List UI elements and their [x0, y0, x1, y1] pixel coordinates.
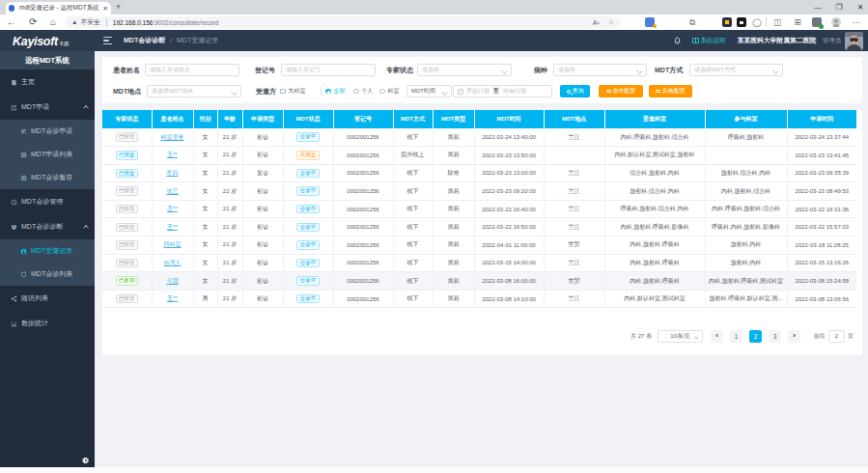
- address-bar[interactable]: ▲ 不安全 192.168.0.156 :9002/consultate/rec…: [65, 16, 621, 28]
- column-header: MDT状态: [283, 110, 333, 128]
- window-close-button[interactable]: ✕: [850, 0, 868, 14]
- page-button-1[interactable]: 1: [730, 330, 742, 343]
- sidebar-item-6[interactable]: MDT会诊诊断: [0, 214, 95, 239]
- table-config-button[interactable]: 表格配置: [649, 85, 692, 97]
- extension-icon[interactable]: [737, 17, 746, 27]
- new-tab-button[interactable]: +: [116, 2, 121, 12]
- filter-divider: [321, 87, 322, 96]
- extension-icon[interactable]: [645, 17, 655, 27]
- home-button[interactable]: ⌂: [50, 14, 56, 30]
- patient-name-link[interactable]: 台湾人: [164, 260, 182, 265]
- sidebar-item-0[interactable]: 主页: [0, 70, 95, 95]
- radio-all[interactable]: 全部: [325, 85, 346, 97]
- mdt-place-select[interactable]: 请选择MDT地点: [147, 85, 241, 97]
- refresh-button[interactable]: ⟳: [29, 14, 37, 30]
- page-size-select[interactable]: 10条/页: [658, 330, 703, 343]
- checkbox-icon: [280, 89, 286, 95]
- table-cell: 简易: [433, 218, 474, 236]
- records-table: 专家状态患者姓名性别年龄申请类型MDT状态登记号MDT方式MDT类型MDT时间M…: [102, 110, 856, 308]
- radio-dept[interactable]: 科室: [379, 85, 400, 97]
- shield-icon: [20, 271, 27, 278]
- window-restore-button[interactable]: ❐: [828, 0, 850, 14]
- table-cell: 已接受: [102, 147, 152, 165]
- expert-status-badge: 已接受: [116, 169, 139, 179]
- favorite-star-icon[interactable]: ☆: [608, 18, 614, 26]
- column-header: 患者姓名: [152, 110, 193, 128]
- table-cell: 呼吸科,内科,放射科,影像科: [705, 218, 787, 236]
- mdt-mode-select[interactable]: 请选择MDT方式: [689, 64, 783, 76]
- column-header: 参与科室: [705, 110, 787, 128]
- patient-name-link[interactable]: 李四: [167, 170, 179, 176]
- back-button[interactable]: ←: [7, 14, 16, 30]
- adblock-shield-icon[interactable]: [812, 17, 822, 27]
- sidebar-item-1[interactable]: MDT申请: [0, 95, 95, 120]
- system-doc-link[interactable]: 系统说明: [692, 37, 726, 45]
- more-menu-icon[interactable]: ⋯: [851, 17, 862, 27]
- sidebar-item-9[interactable]: 随访列表: [0, 286, 95, 311]
- mdt-status-badge: 会诊中: [296, 186, 320, 196]
- clock-icon: [11, 199, 17, 206]
- patient-name-link[interactable]: 科室变更: [161, 134, 184, 140]
- extension-c-icon[interactable]: ◯: [751, 17, 763, 27]
- table-cell: 0002001256: [333, 272, 393, 291]
- patient-name-link[interactable]: 张三: [167, 188, 179, 194]
- mdt-time-select[interactable]: MDT时间: [406, 85, 452, 97]
- search-button[interactable]: 查询: [560, 85, 590, 97]
- security-label: 不安全: [80, 17, 99, 27]
- table-cell: 内科,默认科室,测试科室: [604, 290, 705, 308]
- user-avatar[interactable]: [845, 32, 863, 50]
- table-cell: 女: [193, 182, 217, 201]
- sidebar-item-4[interactable]: MDT会诊暂存: [0, 166, 95, 189]
- page-button-3[interactable]: 3: [769, 330, 781, 343]
- breadcrumb-parent[interactable]: MDT会诊诊断: [124, 37, 165, 43]
- table-cell: 2022-03-24 13:37:44: [787, 128, 856, 147]
- goto-page-input[interactable]: 2: [828, 330, 845, 343]
- table-cell: 简易: [433, 272, 474, 291]
- patient-name-link[interactable]: 王**: [167, 224, 178, 230]
- patient-name-link[interactable]: 王**: [167, 206, 178, 211]
- table-cell: 女: [193, 218, 217, 236]
- patient-name-link[interactable]: 王**: [167, 152, 178, 157]
- patient-name-link[interactable]: 王**: [167, 295, 178, 301]
- bell-icon[interactable]: [674, 37, 681, 44]
- browser-tab[interactable]: mdt受邀记录 - 远程MDT系统 ✕: [6, 2, 111, 14]
- table-cell: 放射科,综合科,内科: [604, 182, 705, 201]
- condition-config-button[interactable]: 条件配置: [599, 85, 643, 97]
- big-dept-checkbox[interactable]: 大科室: [280, 85, 306, 97]
- page-button-2[interactable]: 2: [749, 330, 762, 343]
- tab-close-icon[interactable]: ✕: [102, 5, 108, 12]
- patient-name-link[interactable]: 可我: [167, 278, 179, 284]
- sidebar-item-2[interactable]: MDT会诊申请: [0, 120, 95, 143]
- patient-name-link[interactable]: 同科室: [164, 241, 182, 247]
- collections-icon[interactable]: ⊞: [792, 17, 803, 27]
- next-page-button[interactable]: ›: [788, 330, 800, 343]
- sidebar-item-7[interactable]: MDT受邀记录: [0, 239, 95, 263]
- column-header: 年龄: [217, 110, 242, 128]
- patient-name-input[interactable]: 请输入患者姓名: [145, 64, 239, 76]
- split-screen-icon[interactable]: ◫: [771, 17, 783, 27]
- sidebar-item-8[interactable]: MDT会诊列表: [0, 263, 95, 286]
- prev-page-button[interactable]: ‹: [711, 330, 723, 343]
- sidebar-item-10[interactable]: 数据统计: [0, 311, 95, 336]
- table-row: 已转交王**男21 岁初诊会诊中0002001256线下简易2022-03-08…: [102, 290, 856, 308]
- table-cell: 简易: [433, 182, 474, 201]
- window-minimize-button[interactable]: —: [807, 0, 828, 14]
- read-aloud-icon[interactable]: A¹: [593, 19, 600, 26]
- browser-tabstrip: mdt受邀记录 - 远程MDT系统 ✕ + — ❐ ✕: [0, 0, 868, 14]
- sidebar-item-3[interactable]: MDT申请列表: [0, 143, 95, 166]
- radio-personal[interactable]: 个人: [353, 85, 374, 97]
- disease-select[interactable]: 请选择: [553, 64, 647, 76]
- column-header: 申请类型: [242, 110, 283, 128]
- settings-gear-icon[interactable]: [82, 457, 90, 464]
- expert-status-select[interactable]: 请选择: [417, 64, 512, 76]
- profile-avatar-icon[interactable]: [831, 17, 841, 27]
- table-cell: 线下: [393, 164, 433, 182]
- extension-icon[interactable]: [722, 17, 732, 27]
- date-range-input[interactable]: 开始日期至结束日期: [453, 85, 552, 97]
- sidebar-item-5[interactable]: MDT会诊管理: [0, 189, 95, 214]
- sidebar-collapse-icon[interactable]: [103, 37, 112, 44]
- column-header: MDT方式: [393, 110, 433, 128]
- extension-copy-icon[interactable]: ⧉: [686, 17, 698, 27]
- table-row: 已转交张三女22 岁初诊会诊中0002001256线下简易2022-03-23 …: [102, 182, 856, 201]
- register-no-input[interactable]: 请输入登记号: [281, 64, 376, 76]
